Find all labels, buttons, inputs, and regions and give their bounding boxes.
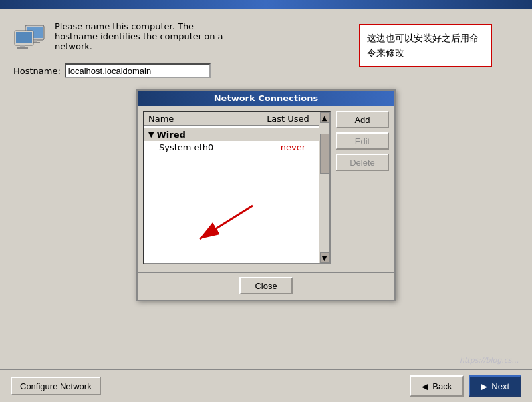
top-bar: [0, 0, 532, 9]
description-line3: network.: [55, 41, 92, 51]
watermark: https://blog.cs...: [460, 356, 519, 365]
edit-button[interactable]: Edit: [336, 132, 389, 150]
table-header: Name Last Used: [144, 112, 329, 126]
connections-table: Name Last Used ▼ Wired System eth0: [143, 111, 331, 264]
connection-eth0[interactable]: System eth0 never: [144, 141, 319, 154]
table-scrollbar[interactable]: ▲ ▼: [319, 112, 329, 263]
back-button[interactable]: ◀ Back: [410, 375, 464, 397]
category-wired-label: Wired: [156, 130, 185, 140]
add-button[interactable]: Add: [336, 111, 389, 128]
note-box: 这边也可以安装好之后用命 令来修改: [359, 24, 492, 67]
nav-buttons: ◀ Back ▶ Next: [410, 375, 521, 397]
next-button[interactable]: ▶ Next: [469, 375, 521, 397]
connection-last-used: never: [271, 142, 315, 152]
bottom-bar: Configure Network ◀ Back ▶ Next: [0, 369, 532, 402]
close-button[interactable]: Close: [239, 277, 293, 294]
dialog-footer: Close: [138, 272, 394, 300]
dialog-titlebar: Network Connections: [138, 91, 394, 106]
connection-name: System eth0: [159, 142, 271, 152]
dialog-title: Network Connections: [214, 93, 319, 103]
note-text-line1: 这边也可以安装好之后用命: [367, 33, 479, 43]
category-wired: ▼ Wired: [144, 128, 319, 141]
delete-button[interactable]: Delete: [336, 154, 389, 171]
back-arrow-icon: ◀: [422, 381, 428, 391]
header-description: Please name this computer. The hostname …: [55, 21, 223, 51]
dialog-side-buttons: Add Edit Delete: [336, 111, 389, 264]
computer-icon: [13, 24, 47, 54]
hostname-label: Hostname:: [13, 66, 61, 76]
next-arrow-icon: ▶: [481, 381, 487, 391]
col-name-header: Name: [148, 114, 261, 124]
table-content: ▼ Wired System eth0 never: [144, 126, 319, 156]
dialog-body: Name Last Used ▼ Wired System eth0: [138, 106, 394, 270]
wired-arrow: ▼: [148, 130, 154, 139]
note-text-line2: 令来修改: [367, 47, 404, 58]
description-line2: hostname identifies the computer on a: [55, 31, 223, 41]
dialog-overlay: Network Connections Name Last Used: [136, 89, 396, 301]
col-lastused-header: Last Used: [261, 114, 315, 124]
svg-rect-7: [17, 47, 28, 49]
hostname-input[interactable]: [65, 63, 211, 78]
description-line1: Please name this computer. The: [55, 21, 194, 31]
network-connections-dialog: Network Connections Name Last Used: [136, 89, 396, 301]
svg-rect-6: [20, 45, 25, 47]
scrollbar-thumb[interactable]: [320, 134, 329, 174]
svg-rect-5: [16, 32, 32, 43]
main-content: Please name this computer. The hostname …: [0, 9, 532, 97]
configure-network-button[interactable]: Configure Network: [11, 377, 101, 395]
